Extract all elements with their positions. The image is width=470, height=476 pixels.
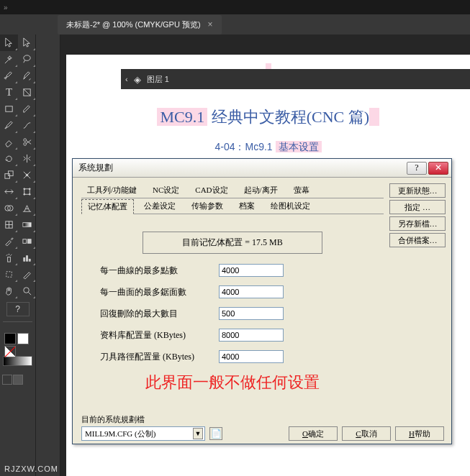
svg-point-0 xyxy=(24,55,30,61)
current-config-label: 目前的系统規劃檔 xyxy=(81,414,444,425)
help-button[interactable]: ? xyxy=(6,302,30,316)
reflect-tool[interactable] xyxy=(18,150,36,167)
perspective-grid-tool[interactable] xyxy=(18,200,36,216)
swatch-none[interactable] xyxy=(4,346,16,357)
slice-tool[interactable] xyxy=(18,266,36,283)
swatch-white[interactable] xyxy=(17,333,29,344)
touch-type-tool[interactable] xyxy=(18,84,36,101)
svg-rect-21 xyxy=(27,256,28,262)
magic-wand-tool[interactable] xyxy=(0,51,18,68)
chevron-left-icon[interactable]: ‹ xyxy=(125,75,128,83)
fill-mode-toggle[interactable] xyxy=(3,356,32,366)
tab-tolerance[interactable]: 公差设定 xyxy=(138,199,181,213)
layer-name: 图层 1 xyxy=(147,74,169,85)
field-input-0[interactable] xyxy=(219,264,284,277)
config-file-combo[interactable]: MILL9M.CFG (公制) ▼ xyxy=(81,426,205,441)
close-icon[interactable]: ✕ xyxy=(428,162,448,175)
system-config-dialog: 系统規劃 ? ✕ 工具列/功能鍵 NC设定 CAD设定 起动/离开 萤幕 记忆体… xyxy=(72,158,452,444)
field-input-3[interactable] xyxy=(219,329,284,342)
shape-builder-tool[interactable] xyxy=(0,200,18,216)
warning-note: 此界面一般不做任何设置 xyxy=(81,372,384,393)
tab-startup-exit[interactable]: 起动/离开 xyxy=(238,183,284,197)
svg-rect-17 xyxy=(23,239,27,244)
help-icon[interactable]: ? xyxy=(407,162,427,175)
svg-rect-23 xyxy=(6,272,12,278)
curvature-tool[interactable] xyxy=(18,68,36,84)
svg-point-10 xyxy=(29,188,30,190)
lasso-tool[interactable] xyxy=(18,51,36,68)
save-as-button[interactable]: 另存新檔… xyxy=(389,216,446,231)
zoom-tool[interactable] xyxy=(18,283,36,299)
gradient-tool[interactable] xyxy=(18,216,36,233)
blend-tool[interactable] xyxy=(18,233,36,250)
merge-file-button[interactable]: 合併檔案… xyxy=(389,233,446,247)
field-label: 每一曲面的最多鋸面數 xyxy=(100,286,219,298)
width-tool[interactable] xyxy=(0,183,18,200)
layer-panel-header[interactable]: ‹ ◈ 图层 1 xyxy=(121,69,470,89)
tab-files[interactable]: 档案 xyxy=(233,199,261,213)
eyedropper-tool[interactable] xyxy=(0,233,18,250)
paintbrush-tool[interactable] xyxy=(18,101,36,117)
smooth-tool[interactable] xyxy=(18,117,36,134)
tab-cad-settings[interactable]: CAD设定 xyxy=(189,183,233,197)
menu-bar: » xyxy=(0,0,470,14)
color-swatches[interactable] xyxy=(0,330,35,354)
screen-mode-normal[interactable] xyxy=(2,375,12,385)
swatch-black[interactable] xyxy=(4,333,16,344)
type-tool[interactable]: T xyxy=(0,84,18,101)
dialog-titlebar[interactable]: 系统規劃 ? ✕ xyxy=(73,159,451,178)
tab-toolbar-fnkey[interactable]: 工具列/功能鍵 xyxy=(81,183,143,197)
browse-file-icon[interactable]: 📄 xyxy=(209,427,222,440)
pen-tool[interactable] xyxy=(0,68,18,84)
free-transform-tool[interactable] xyxy=(18,183,36,200)
close-icon[interactable]: × xyxy=(208,19,213,29)
field-label: 回復刪除的最大數目 xyxy=(100,308,219,320)
document-tab[interactable]: 未标题-2* @ 100% (CMYK/GPU 预览) × xyxy=(58,15,222,35)
rectangle-tool[interactable] xyxy=(0,101,18,117)
document-tab-bar: 未标题-2* @ 100% (CMYK/GPU 预览) × xyxy=(0,14,470,35)
menu-arrow-icon[interactable]: » xyxy=(4,4,8,12)
field-label: 刀具路徑配置量 (KBytes) xyxy=(100,351,219,363)
hand-tool[interactable] xyxy=(0,283,18,299)
svg-point-11 xyxy=(24,193,25,195)
ok-button[interactable]: O 确定 xyxy=(289,426,338,441)
chevron-down-icon[interactable]: ▼ xyxy=(193,428,203,439)
direct-selection-tool[interactable] xyxy=(18,35,36,51)
eraser-tool[interactable] xyxy=(0,134,18,150)
rotate-tool[interactable] xyxy=(0,150,18,167)
puppet-warp-tool[interactable] xyxy=(18,167,36,183)
tab-comm-params[interactable]: 传输参数 xyxy=(186,199,229,213)
scissors-tool[interactable] xyxy=(18,134,36,150)
screen-mode-full[interactable] xyxy=(13,375,23,385)
tab-memory-config[interactable]: 记忆体配置 xyxy=(81,199,134,214)
tab-nc-settings[interactable]: NC设定 xyxy=(147,183,185,197)
svg-point-3 xyxy=(24,139,27,142)
config-field-row: 每一曲線的最多點數 xyxy=(100,264,384,277)
svg-rect-20 xyxy=(24,258,25,262)
help-button[interactable]: H 帮助 xyxy=(395,426,444,441)
field-label: 资料库配置量 (KBytes) xyxy=(100,329,219,342)
mesh-tool[interactable] xyxy=(0,216,18,233)
selection-tool[interactable] xyxy=(0,35,18,51)
config-field-row: 回復刪除的最大數目 xyxy=(100,307,384,320)
collapsed-panels[interactable] xyxy=(36,35,60,476)
tab-plotter[interactable]: 绘图机设定 xyxy=(265,199,316,213)
update-status-button[interactable]: 更新狀態… xyxy=(389,183,446,198)
assign-button[interactable]: 指定 … xyxy=(389,200,446,214)
field-input-2[interactable] xyxy=(219,307,284,320)
field-input-4[interactable] xyxy=(219,350,284,363)
dialog-title: 系统規劃 xyxy=(78,162,113,174)
pencil-tool[interactable] xyxy=(0,117,18,134)
artboard-tool[interactable] xyxy=(0,266,18,283)
column-graph-tool[interactable] xyxy=(18,250,36,266)
page-title: MC9.1 经典中文教程(CNC 篇) xyxy=(66,106,470,128)
svg-rect-18 xyxy=(27,239,31,244)
svg-point-24 xyxy=(24,288,30,293)
symbol-sprayer-tool[interactable] xyxy=(0,250,18,266)
tab-screen[interactable]: 萤幕 xyxy=(288,183,315,197)
watermark: RJZXW.COM xyxy=(4,464,58,473)
cancel-button[interactable]: C 取消 xyxy=(342,426,391,441)
field-input-1[interactable] xyxy=(219,285,284,298)
dialog-tabs: 工具列/功能鍵 NC设定 CAD设定 起动/离开 萤幕 记忆体配置 公差设定 传… xyxy=(81,183,384,214)
scale-tool[interactable] xyxy=(0,167,18,183)
